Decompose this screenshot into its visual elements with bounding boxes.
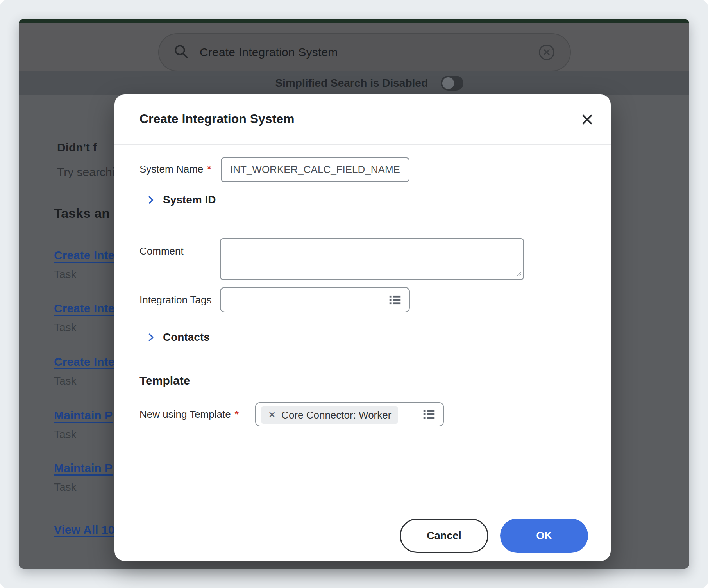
- create-integration-system-dialog: Create Integration System System Name* S…: [114, 94, 611, 561]
- simplified-search-label: Simplified Search is Disabled: [275, 71, 428, 95]
- chevron-right-icon: [145, 194, 157, 206]
- result-type: Task: [54, 321, 114, 334]
- resize-handle-icon[interactable]: [515, 269, 522, 278]
- results-section-heading: Tasks an: [54, 206, 110, 221]
- system-name-label: System Name*: [139, 163, 211, 175]
- selected-template-chip: ✕ Core Connector: Worker: [261, 406, 398, 424]
- toggle-knob: [442, 77, 454, 89]
- view-all-link[interactable]: View All 10: [54, 523, 114, 536]
- result-type: Task: [54, 428, 113, 441]
- global-search-input[interactable]: Create Integration System: [158, 33, 571, 71]
- result-item: Create Inte Task: [54, 302, 114, 334]
- section-contacts[interactable]: Contacts: [145, 331, 210, 344]
- integration-tags-input[interactable]: [220, 287, 410, 312]
- simplified-search-bar: Simplified Search is Disabled: [19, 71, 689, 95]
- section-label: System ID: [163, 194, 216, 206]
- result-link[interactable]: Maintain P: [54, 409, 113, 422]
- result-link[interactable]: Maintain P: [54, 461, 113, 474]
- chip-label: Core Connector: Worker: [281, 409, 391, 421]
- comment-textarea[interactable]: [220, 238, 524, 280]
- result-item: Create Inte Task: [54, 355, 114, 387]
- result-link[interactable]: Create Inte: [54, 355, 114, 368]
- chevron-right-icon: [145, 331, 157, 343]
- search-header-bar: Create Integration System: [19, 23, 689, 71]
- result-type: Task: [54, 481, 113, 494]
- template-heading: Template: [139, 374, 190, 387]
- close-icon[interactable]: [579, 111, 596, 128]
- simplified-search-toggle[interactable]: [441, 76, 463, 91]
- search-icon: [173, 43, 190, 61]
- search-query-text: Create Integration System: [200, 46, 338, 59]
- dialog-header-divider: [114, 144, 611, 145]
- new-using-template-input[interactable]: ✕ Core Connector: Worker: [255, 402, 444, 426]
- window-top-accent: [19, 19, 689, 23]
- required-asterisk: *: [207, 163, 211, 175]
- result-type: Task: [54, 375, 114, 387]
- didnt-find-heading: Didn't f: [57, 141, 97, 154]
- list-menu-icon[interactable]: [386, 291, 404, 308]
- integration-tags-label: Integration Tags: [139, 294, 212, 306]
- search-clear-icon[interactable]: [536, 42, 557, 62]
- required-asterisk: *: [235, 408, 239, 420]
- result-item: Create Inte Task: [54, 249, 114, 281]
- result-link[interactable]: Create Inte: [54, 302, 114, 315]
- system-name-input[interactable]: [221, 157, 409, 182]
- section-system-id[interactable]: System ID: [145, 194, 216, 206]
- result-item: Maintain P Task: [54, 409, 113, 441]
- new-using-template-label: New using Template*: [139, 408, 239, 421]
- list-menu-icon[interactable]: [420, 406, 438, 423]
- result-link[interactable]: Create Inte: [54, 249, 114, 262]
- dialog-title: Create Integration System: [139, 112, 295, 126]
- comment-label: Comment: [139, 245, 184, 257]
- cancel-button[interactable]: Cancel: [400, 519, 488, 553]
- section-label: Contacts: [163, 331, 210, 344]
- desktop-background: Create Integration System Simplified Sea…: [0, 0, 708, 588]
- result-item: Maintain P Task: [54, 461, 113, 494]
- result-type: Task: [54, 268, 114, 281]
- chip-remove-icon[interactable]: ✕: [268, 410, 276, 420]
- ok-button[interactable]: OK: [500, 519, 588, 553]
